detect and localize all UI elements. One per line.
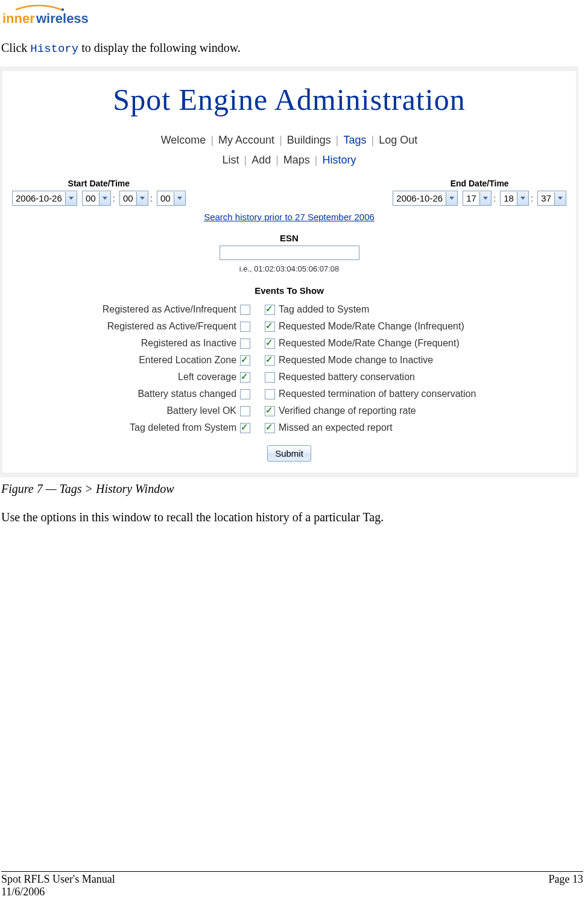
app-title: Spot Engine Administration	[8, 82, 570, 117]
start-label: Start Date/Time	[68, 179, 130, 188]
event-row: Registered as Active/Infrequent	[103, 304, 250, 315]
esn-input[interactable]	[220, 246, 359, 260]
event-checkbox[interactable]	[240, 355, 250, 366]
event-label: Tag deleted from System	[130, 422, 236, 433]
chevron-down-icon	[174, 192, 185, 205]
event-checkbox[interactable]	[265, 305, 275, 315]
nav-item-add[interactable]: Add	[248, 154, 274, 167]
end-date-time: End Date/Time 2006-10-26 17: 18: 37	[391, 179, 567, 206]
event-label: Requested Mode/Rate Change (Frequent)	[279, 338, 460, 349]
end-sec-select[interactable]: 37	[537, 191, 566, 206]
event-checkbox[interactable]	[240, 305, 250, 315]
event-checkbox[interactable]	[240, 338, 250, 349]
event-row: Entered Location Zone	[103, 355, 250, 366]
nav-item-maps[interactable]: Maps	[280, 154, 314, 167]
svg-text:wireless: wireless	[36, 11, 89, 26]
event-checkbox[interactable]	[265, 355, 275, 366]
event-checkbox[interactable]	[265, 389, 275, 399]
event-row: Verified change of reporting rate	[265, 405, 476, 416]
event-row: Requested Mode/Rate Change (Frequent)	[265, 338, 476, 349]
intro-suffix: to display the following window.	[78, 41, 241, 54]
end-min-select[interactable]: 18	[500, 191, 529, 206]
event-checkbox[interactable]	[265, 322, 275, 332]
nav-separator: |	[209, 134, 215, 147]
event-row: Tag added to System	[265, 304, 476, 315]
footer-left2: 11/6/2006	[1, 886, 583, 898]
event-label: Missed an expected report	[279, 422, 393, 433]
event-label: Verified change of reporting rate	[279, 405, 416, 416]
nav-item-tags[interactable]: Tags	[340, 134, 370, 147]
nav-item-buildings[interactable]: Buildings	[283, 134, 335, 147]
event-row: Registered as Active/Frequent	[103, 321, 250, 332]
event-row: Requested Mode change to Inactive	[265, 355, 476, 366]
event-label: Requested Mode change to Inactive	[279, 355, 433, 366]
event-row: Missed an expected report	[265, 422, 476, 433]
event-checkbox[interactable]	[240, 423, 250, 433]
end-date-select[interactable]: 2006-10-26	[393, 191, 458, 206]
event-label: Requested battery conservation	[279, 372, 415, 383]
submit-button[interactable]: Submit	[267, 445, 311, 462]
event-checkbox[interactable]	[240, 322, 250, 332]
chevron-down-icon	[517, 192, 528, 205]
event-label: Requested termination of battery conserv…	[279, 389, 476, 399]
chevron-down-icon	[99, 192, 110, 205]
start-min-select[interactable]: 00	[119, 191, 148, 206]
event-checkbox[interactable]	[265, 423, 275, 433]
event-checkbox[interactable]	[265, 406, 275, 416]
event-row: Tag deleted from System	[103, 422, 250, 433]
nav-separator: |	[370, 134, 376, 147]
nav-item-log-out[interactable]: Log Out	[375, 134, 421, 147]
event-checkbox[interactable]	[240, 372, 250, 383]
event-label: Registered as Active/Infrequent	[103, 304, 236, 315]
event-label: Requested Mode/Rate Change (Infrequent)	[279, 321, 464, 332]
page-footer: Spot RFLS User's Manual Page 13 11/6/200…	[1, 871, 583, 898]
footer-right: Page 13	[549, 873, 584, 886]
events-label: Events To Show	[8, 285, 570, 296]
event-row: Registered as Inactive	[103, 338, 250, 349]
start-date-select[interactable]: 2006-10-26	[12, 191, 77, 206]
chevron-down-icon	[479, 192, 491, 205]
intro-code: History	[30, 42, 78, 56]
svg-text:inner: inner	[2, 11, 35, 26]
chevron-down-icon	[446, 192, 457, 205]
brand-logo: inner wireless	[2, 5, 578, 29]
event-checkbox[interactable]	[265, 338, 275, 349]
footer-left1: Spot RFLS User's Manual	[1, 873, 115, 886]
events-left-column: Registered as Active/InfrequentRegistere…	[103, 304, 250, 433]
nav-item-history[interactable]: History	[319, 154, 360, 167]
event-checkbox[interactable]	[240, 406, 250, 416]
event-label: Registered as Inactive	[141, 338, 236, 349]
events-right-column: Tag added to SystemRequested Mode/Rate C…	[265, 304, 476, 433]
event-label: Tag added to System	[279, 304, 369, 315]
event-row: Battery status changed	[103, 389, 250, 399]
event-label: Left coverage	[178, 372, 236, 383]
event-label: Battery status changed	[138, 389, 236, 399]
nav-separator: |	[278, 134, 283, 147]
search-prior-link[interactable]: Search history prior to 27 September 200…	[204, 212, 375, 222]
event-label: Battery level OK	[166, 405, 236, 416]
figure-wrapper: Spot Engine Administration Welcome|My Ac…	[0, 66, 578, 477]
nav-item-welcome[interactable]: Welcome	[157, 134, 210, 147]
intro-text: Click History to display the following w…	[0, 41, 578, 56]
event-checkbox[interactable]	[240, 389, 250, 399]
nav-separator: |	[335, 134, 340, 147]
nav-item-my-account[interactable]: My Account	[215, 134, 278, 147]
nav-separator: |	[314, 154, 319, 167]
chevron-down-icon	[65, 192, 77, 205]
sub-nav: List|Add|Maps|History	[8, 154, 570, 167]
start-hour-select[interactable]: 00	[82, 191, 111, 206]
nav-separator: |	[274, 154, 280, 167]
body-text: Use the options in this window to recall…	[0, 510, 578, 524]
end-hour-select[interactable]: 17	[463, 191, 492, 206]
nav-item-list[interactable]: List	[218, 154, 242, 167]
event-row: Requested termination of battery conserv…	[265, 389, 476, 399]
event-row: Left coverage	[103, 372, 250, 383]
event-checkbox[interactable]	[265, 372, 275, 383]
end-label: End Date/Time	[450, 179, 509, 188]
screenshot-panel: Spot Engine Administration Welcome|My Ac…	[2, 71, 576, 472]
esn-label: ESN	[8, 233, 570, 243]
figure-caption: Figure 7 — Tags > History Window	[1, 482, 578, 496]
main-nav: Welcome|My Account|Buildings|Tags|Log Ou…	[8, 134, 570, 147]
start-date-time: Start Date/Time 2006-10-26 00: 00: 00	[11, 179, 187, 206]
start-sec-select[interactable]: 00	[157, 191, 186, 206]
